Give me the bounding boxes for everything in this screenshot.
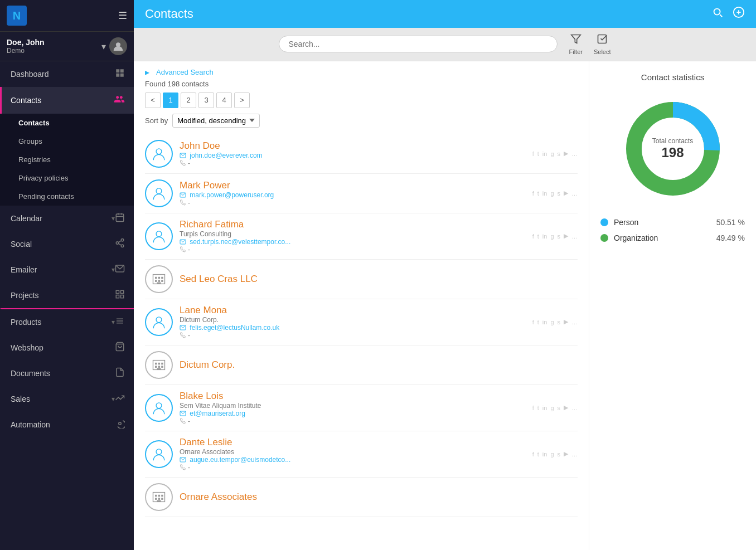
sidebar-item-calendar[interactable]: Calendar ▾ <box>0 206 134 231</box>
facebook-icon[interactable]: f <box>532 319 534 325</box>
documents-icon <box>115 367 125 379</box>
more-icon[interactable]: … <box>571 190 578 197</box>
facebook-icon[interactable]: f <box>532 150 534 157</box>
contact-name[interactable]: Lane Mona <box>180 305 526 316</box>
google-icon[interactable]: g <box>550 405 554 411</box>
contact-email[interactable]: john.doe@everever.com <box>180 152 526 159</box>
linkedin-icon[interactable]: in <box>542 150 547 157</box>
google-icon[interactable]: g <box>550 190 554 197</box>
sidebar-item-contacts[interactable]: Contacts <box>0 87 134 114</box>
youtube-icon[interactable]: ▶ <box>564 232 568 240</box>
more-icon[interactable]: … <box>571 319 578 325</box>
table-row: Mark Power mark.power@poweruser.org - ft… <box>145 174 578 213</box>
twitter-icon[interactable]: t <box>537 233 539 240</box>
linkedin-icon[interactable]: in <box>542 190 547 197</box>
pagination: < 1 2 3 4 > <box>145 93 578 108</box>
prev-page-button[interactable]: < <box>145 93 161 108</box>
app-logo[interactable]: N <box>7 6 27 26</box>
org-label: Organization <box>614 233 711 242</box>
sidebar-item-webshop[interactable]: Webshop <box>0 335 134 361</box>
skype-icon[interactable]: s <box>558 150 561 157</box>
skype-icon[interactable]: s <box>558 319 561 325</box>
contact-name[interactable]: John Doe <box>180 140 526 152</box>
linkedin-icon[interactable]: in <box>542 319 547 325</box>
contact-email[interactable]: sed.turpis.nec@velesttempor.co... <box>180 238 526 246</box>
skype-icon[interactable]: s <box>558 451 561 457</box>
table-row: Sed Leo Cras LLC <box>145 260 578 299</box>
page-1-button[interactable]: 1 <box>163 93 178 108</box>
sidebar-item-sales[interactable]: Sales ▾ <box>0 386 134 412</box>
twitter-icon[interactable]: t <box>537 190 539 197</box>
contact-email[interactable]: felis.eget@lectusNullam.co.uk <box>180 324 526 332</box>
submenu-item-contacts[interactable]: Contacts <box>0 114 134 132</box>
next-page-button[interactable]: > <box>234 93 250 108</box>
facebook-icon[interactable]: f <box>532 233 534 240</box>
page-2-button[interactable]: 2 <box>181 93 196 108</box>
contact-info: Blake Lois Sem Vitae Aliquam Institute e… <box>180 391 526 425</box>
page-4-button[interactable]: 4 <box>216 93 232 108</box>
emailer-icon <box>115 264 125 276</box>
skype-icon[interactable]: s <box>558 405 561 411</box>
sidebar-item-projects[interactable]: Projects <box>0 283 134 308</box>
google-icon[interactable]: g <box>550 150 554 157</box>
more-icon[interactable]: … <box>571 451 578 457</box>
sort-select[interactable]: Modified, descending Modified, ascending… <box>172 114 260 128</box>
filter-action[interactable]: Filter <box>569 33 582 55</box>
contact-name[interactable]: Ornare Associates <box>180 491 578 503</box>
youtube-icon[interactable]: ▶ <box>564 150 568 157</box>
contact-email[interactable]: augue.eu.tempor@euismodetco... <box>180 456 526 464</box>
twitter-icon[interactable]: t <box>537 319 539 325</box>
contact-name[interactable]: Richard Fatima <box>180 219 526 230</box>
hamburger-button[interactable]: ☰ <box>118 9 127 22</box>
more-icon[interactable]: … <box>571 150 578 157</box>
contact-name[interactable]: Blake Lois <box>180 391 526 402</box>
google-icon[interactable]: g <box>550 319 554 325</box>
google-icon[interactable]: g <box>550 451 554 457</box>
search-topbar-icon[interactable] <box>711 6 724 21</box>
sidebar-item-dashboard[interactable]: Dashboard <box>0 61 134 87</box>
contact-name[interactable]: Mark Power <box>180 180 526 191</box>
contact-name[interactable]: Sed Leo Cras LLC <box>180 274 578 285</box>
linkedin-icon[interactable]: in <box>542 451 547 457</box>
submenu-item-privacy-policies[interactable]: Privacy policies <box>0 169 134 187</box>
submenu-item-pending-contacts[interactable]: Pending contacts <box>0 187 134 206</box>
sidebar-item-automation[interactable]: Automation <box>0 412 134 437</box>
google-icon[interactable]: g <box>550 233 554 240</box>
svg-point-40 <box>156 317 162 322</box>
sidebar-item-emailer[interactable]: Emailer ▾ <box>0 257 134 283</box>
twitter-icon[interactable]: t <box>537 150 539 157</box>
contact-email[interactable]: et@mauriserat.org <box>180 410 526 417</box>
linkedin-icon[interactable]: in <box>542 405 547 411</box>
user-profile[interactable]: Doe, John Demo ▾ <box>0 32 134 61</box>
page-3-button[interactable]: 3 <box>198 93 214 108</box>
sidebar-item-documents[interactable]: Documents <box>0 361 134 386</box>
contact-name[interactable]: Dictum Corp. <box>180 359 578 371</box>
more-icon[interactable]: … <box>571 405 578 411</box>
youtube-icon[interactable]: ▶ <box>564 404 568 411</box>
table-row: Ornare Associates <box>145 478 578 517</box>
svg-rect-5 <box>116 214 124 222</box>
youtube-icon[interactable]: ▶ <box>564 450 568 457</box>
linkedin-icon[interactable]: in <box>542 233 547 240</box>
facebook-icon[interactable]: f <box>532 451 534 457</box>
more-icon[interactable]: … <box>571 233 578 240</box>
sidebar-item-products[interactable]: Products ▾ <box>0 308 134 335</box>
facebook-icon[interactable]: f <box>532 405 534 411</box>
youtube-icon[interactable]: ▶ <box>564 318 568 325</box>
svg-rect-3 <box>116 74 119 77</box>
search-input[interactable] <box>279 36 558 52</box>
twitter-icon[interactable]: t <box>537 405 539 411</box>
skype-icon[interactable]: s <box>558 233 561 240</box>
select-action[interactable]: Select <box>594 33 611 55</box>
sidebar-item-social[interactable]: Social <box>0 231 134 257</box>
advanced-search-link[interactable]: Advanced Search <box>156 68 214 76</box>
facebook-icon[interactable]: f <box>532 190 534 197</box>
submenu-item-groups[interactable]: Groups <box>0 132 134 150</box>
contact-email[interactable]: mark.power@poweruser.org <box>180 191 526 199</box>
twitter-icon[interactable]: t <box>537 451 539 457</box>
skype-icon[interactable]: s <box>558 190 561 197</box>
submenu-item-registries[interactable]: Registries <box>0 150 134 169</box>
contact-name[interactable]: Dante Leslie <box>180 437 526 448</box>
add-topbar-icon[interactable] <box>733 6 745 21</box>
youtube-icon[interactable]: ▶ <box>564 189 568 197</box>
